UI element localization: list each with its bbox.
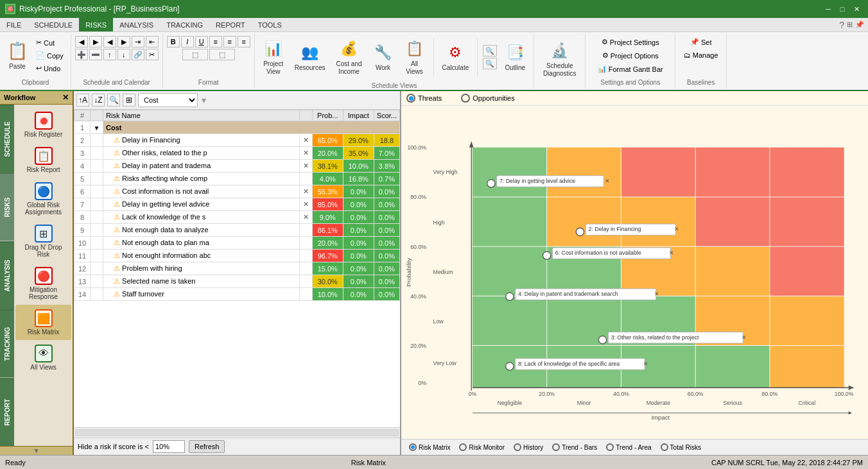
- analysis-nav[interactable]: ANALYSIS: [0, 241, 14, 309]
- row-flag-cell[interactable]: ✕: [299, 147, 312, 160]
- sidebar-drag-drop[interactable]: ⊞ Drag N' Drop Risk: [15, 220, 71, 262]
- menu-tools[interactable]: TOOLS: [252, 18, 288, 31]
- point-3-close[interactable]: ✕: [742, 334, 747, 341]
- set-baseline-button[interactable]: 📌 Set: [687, 36, 715, 48]
- paste-button[interactable]: 📋 Paste: [4, 39, 31, 72]
- horizontal-scrollbar[interactable]: [74, 427, 400, 438]
- outdent-button[interactable]: ⇤: [146, 36, 159, 47]
- row-flag-cell[interactable]: ✕: [299, 211, 312, 224]
- sidebar-all-views[interactable]: 👁 All Views: [15, 340, 71, 375]
- row-flag-cell[interactable]: [299, 262, 312, 275]
- cost-income-button[interactable]: 💰 Cost andIncome: [332, 36, 367, 78]
- filter-button[interactable]: 🔍: [107, 94, 120, 107]
- tab-risk-monitor[interactable]: Risk Monitor: [455, 442, 508, 452]
- underline-button[interactable]: U: [195, 36, 208, 47]
- refresh-button[interactable]: Refresh: [189, 440, 225, 453]
- calculate-button[interactable]: ⚙ Calculate: [438, 40, 474, 74]
- row-flag-cell[interactable]: ✕: [299, 160, 312, 173]
- point-8-circle[interactable]: [506, 362, 514, 370]
- row-flag-cell[interactable]: [299, 250, 312, 262]
- remove-row-button[interactable]: ➖: [89, 49, 102, 60]
- point-6-close[interactable]: ✕: [669, 250, 674, 256]
- align-center-button[interactable]: ≡: [223, 36, 236, 47]
- menu-file[interactable]: FILE: [0, 18, 28, 31]
- schedule-nav[interactable]: SCHEDULE: [0, 105, 14, 173]
- project-settings-button[interactable]: ⚙ Project Settings: [598, 36, 663, 48]
- nav-forward-button[interactable]: ▶: [89, 36, 102, 47]
- point-7-circle[interactable]: [487, 180, 495, 187]
- sidebar-risk-matrix[interactable]: 🟧 Risk Matrix: [15, 305, 71, 340]
- report-nav[interactable]: REPORT: [0, 378, 14, 446]
- nav-back2-button[interactable]: ◀: [103, 36, 116, 47]
- menu-schedule[interactable]: SCHEDULE: [28, 18, 79, 31]
- score-threshold-input[interactable]: [153, 440, 185, 453]
- indent-button[interactable]: ⇥: [132, 36, 144, 47]
- risk-flag[interactable]: ✕: [303, 200, 309, 208]
- point-4-circle[interactable]: [506, 293, 514, 300]
- menu-analysis[interactable]: ANALYSIS: [113, 18, 160, 31]
- point-8-close[interactable]: ✕: [643, 361, 648, 367]
- tab-total-risks[interactable]: Total Risks: [657, 442, 705, 452]
- row-flag-cell[interactable]: ✕: [299, 134, 312, 147]
- row-flag-cell[interactable]: [299, 288, 312, 301]
- menu-tracking[interactable]: TRACKING: [160, 18, 209, 31]
- format-extra1[interactable]: ⬚: [182, 49, 208, 60]
- row-flag-cell[interactable]: ✕: [299, 198, 312, 211]
- sidebar-risk-report[interactable]: 📋 Risk Report: [15, 142, 71, 178]
- sidebar-expand-icon[interactable]: ▼: [33, 447, 40, 454]
- sidebar-mitigation[interactable]: 🔴 Mitigation Response: [15, 262, 71, 305]
- row-expand[interactable]: ▼: [91, 121, 103, 134]
- tab-history[interactable]: History: [510, 442, 547, 452]
- zoom-out-button[interactable]: 🔍: [483, 58, 497, 69]
- resources-button[interactable]: 👥 Resources: [290, 40, 330, 74]
- expand-icon[interactable]: ⊞: [847, 21, 853, 29]
- row-flag-cell[interactable]: [299, 224, 312, 237]
- schedule-diagnostics-button[interactable]: 🔬 ScheduleDiagnostics: [539, 38, 581, 80]
- format-extra2[interactable]: ⬚: [209, 49, 235, 60]
- point-6-circle[interactable]: [543, 252, 551, 259]
- close-button[interactable]: ✕: [850, 4, 863, 14]
- minimize-button[interactable]: ─: [822, 4, 835, 14]
- sort-asc-button[interactable]: ↑A: [76, 94, 89, 107]
- copy-button[interactable]: 📄Copy: [33, 49, 67, 62]
- bold-button[interactable]: B: [167, 36, 180, 47]
- move-up-button[interactable]: ↑: [103, 49, 116, 60]
- move-down-button[interactable]: ↓: [117, 49, 130, 60]
- risk-flag[interactable]: ✕: [303, 136, 309, 144]
- category-dropdown[interactable]: Cost Schedule Performance Resources: [138, 93, 198, 107]
- format-gantt-button[interactable]: 📊 Format Gantt Bar: [595, 63, 666, 75]
- nav-forward2-button[interactable]: ▶: [117, 36, 130, 47]
- sidebar-global-risk[interactable]: 🔵 Global Risk Assignments: [15, 178, 71, 220]
- help-icon[interactable]: ?: [839, 20, 844, 30]
- sort-desc-button[interactable]: ↓Z: [92, 94, 105, 107]
- threats-radio[interactable]: Threats: [406, 94, 442, 103]
- nav-back-button[interactable]: ◀: [75, 36, 88, 47]
- cut-button[interactable]: ✂Cut: [33, 37, 67, 49]
- menu-report[interactable]: REPORT: [209, 18, 252, 31]
- group-button[interactable]: ⊞: [123, 94, 135, 107]
- menu-risks[interactable]: RISKS: [79, 18, 113, 31]
- italic-button[interactable]: I: [181, 36, 194, 47]
- row-flag-cell[interactable]: [299, 237, 312, 250]
- tracking-nav[interactable]: TRACKING: [0, 309, 14, 377]
- outline-button[interactable]: 📑 Outline: [500, 40, 530, 74]
- row-flag-cell[interactable]: [299, 275, 312, 288]
- risk-flag[interactable]: ✕: [303, 213, 309, 221]
- pin-icon[interactable]: 📌: [855, 21, 864, 29]
- align-left-button[interactable]: ≡: [209, 36, 222, 47]
- project-view-button[interactable]: 📊 ProjectView: [259, 36, 288, 78]
- point-3-circle[interactable]: [598, 336, 606, 344]
- link-button[interactable]: 🔗: [132, 49, 144, 60]
- risk-flag[interactable]: ✕: [303, 149, 309, 157]
- manage-baseline-button[interactable]: 🗂 Manage: [681, 49, 722, 61]
- project-options-button[interactable]: ⚙ Project Options: [599, 49, 662, 62]
- risks-nav[interactable]: RISKS: [0, 173, 14, 241]
- work-button[interactable]: 🔧 Work: [369, 40, 398, 74]
- opportunities-radio[interactable]: Opportunities: [461, 94, 514, 103]
- risk-flag[interactable]: ✕: [303, 187, 309, 195]
- undo-button[interactable]: ↩Undo: [33, 62, 67, 74]
- tab-trend-bars[interactable]: Trend - Bars: [548, 442, 601, 452]
- sidebar-close-button[interactable]: ✕: [62, 93, 69, 102]
- point-2-circle[interactable]: [576, 228, 584, 235]
- point-4-close[interactable]: ✕: [654, 291, 659, 297]
